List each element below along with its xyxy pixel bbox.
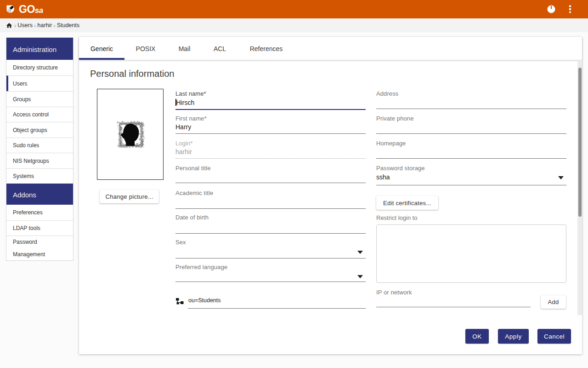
change-picture-button[interactable]: Change picture... bbox=[100, 190, 159, 203]
sidebar-item-nis-netgroups[interactable]: NIS Netgroups bbox=[6, 153, 73, 168]
breadcrumb: › Users › harhir › Students bbox=[0, 18, 588, 32]
sex-label: Sex bbox=[175, 239, 186, 246]
last-name-field[interactable]: Last name* Hirsch bbox=[175, 90, 366, 110]
preferred-language-select[interactable]: Preferred language bbox=[175, 264, 366, 282]
login-value: harhir bbox=[175, 148, 192, 156]
sidebar-item-systems[interactable]: Systems bbox=[6, 168, 73, 184]
date-of-birth-label: Date of birth bbox=[175, 214, 209, 221]
sidebar-item-directory-structure[interactable]: Directory structure bbox=[6, 60, 73, 75]
homepage-label: Homepage bbox=[376, 140, 406, 147]
kebab-menu-icon[interactable] bbox=[569, 3, 571, 16]
logo-go: GO bbox=[19, 3, 35, 16]
password-storage-value: ssha bbox=[376, 173, 390, 181]
breadcrumb-separator: › bbox=[34, 22, 36, 29]
breadcrumb-harhir[interactable]: harhir bbox=[37, 22, 52, 29]
page-title: Personal information bbox=[90, 69, 174, 78]
address-field[interactable]: Address bbox=[376, 90, 566, 109]
sidebar: Administration Directory structure Users… bbox=[6, 37, 74, 261]
sidebar-section-addons: Addons bbox=[6, 184, 73, 205]
sidebar-item-ldap-tools[interactable]: LDAP tools bbox=[6, 220, 73, 236]
sidebar-item-groups[interactable]: Groups bbox=[6, 91, 73, 107]
first-name-label: First name* bbox=[175, 115, 207, 122]
tab-references[interactable]: References bbox=[237, 37, 295, 60]
apply-button[interactable]: Apply bbox=[498, 329, 529, 344]
home-icon[interactable] bbox=[6, 22, 13, 29]
last-name-text: Hirsch bbox=[176, 99, 195, 106]
date-of-birth-field[interactable]: Date of birth bbox=[175, 214, 366, 234]
sidebar-section-administration: Administration bbox=[6, 38, 73, 60]
restrict-login-label: Restrict login to bbox=[376, 214, 418, 222]
base-underline bbox=[188, 308, 366, 309]
last-name-value: Hirsch bbox=[175, 98, 194, 107]
academic-title-label: Academic title bbox=[175, 190, 213, 197]
first-name-field[interactable]: First name* Harry bbox=[175, 115, 366, 134]
top-bar: GOsa bbox=[0, 0, 588, 18]
login-label: Login* bbox=[175, 140, 192, 147]
login-field: Login* harhir bbox=[175, 140, 366, 159]
edit-certificates-button[interactable]: Edit certificates... bbox=[376, 196, 438, 210]
personal-title-field[interactable]: Personal title bbox=[175, 165, 366, 183]
logo-sa: sa bbox=[35, 6, 43, 15]
tab-mail[interactable]: Mail bbox=[167, 37, 202, 60]
base-value: ou=Students bbox=[188, 297, 221, 304]
session-timer-icon[interactable] bbox=[547, 5, 555, 13]
sidebar-item-preferences[interactable]: Preferences bbox=[6, 205, 73, 220]
sex-select[interactable]: Sex bbox=[175, 239, 366, 259]
preferred-language-label: Preferred language bbox=[175, 264, 227, 271]
gosa-logo-text: GOsa bbox=[19, 3, 43, 16]
restrict-login-textarea[interactable] bbox=[376, 224, 566, 283]
dropdown-arrow-icon bbox=[357, 275, 363, 278]
ok-button[interactable]: OK bbox=[465, 329, 489, 344]
topbar-actions bbox=[547, 3, 588, 16]
academic-title-field[interactable]: Academic title bbox=[175, 190, 366, 209]
dropdown-arrow-icon bbox=[357, 251, 363, 254]
breadcrumb-students[interactable]: Students bbox=[57, 22, 79, 29]
homepage-field[interactable]: Homepage bbox=[376, 140, 566, 159]
private-phone-field[interactable]: Private phone bbox=[376, 115, 566, 134]
tab-posix[interactable]: POSIX bbox=[124, 37, 167, 60]
scrollbar-thumb[interactable] bbox=[578, 68, 582, 217]
gosa-logo: GOsa bbox=[6, 3, 43, 16]
personal-title-label: Personal title bbox=[175, 165, 211, 172]
sidebar-item-sudo-rules[interactable]: Sudo rules bbox=[6, 138, 73, 153]
ldap-tree-icon bbox=[176, 298, 184, 305]
tab-bar: Generic POSIX Mail ACL References bbox=[79, 37, 582, 60]
breadcrumb-users[interactable]: Users bbox=[17, 22, 33, 29]
ip-network-field[interactable]: IP or network bbox=[376, 289, 531, 307]
gosa-squid-icon bbox=[6, 5, 15, 14]
breadcrumb-separator: › bbox=[53, 22, 55, 29]
head-silhouette-image bbox=[116, 119, 145, 150]
first-name-value: Harry bbox=[175, 123, 191, 131]
main-panel: Generic POSIX Mail ACL References Person… bbox=[79, 37, 582, 354]
sidebar-item-object-groups[interactable]: Object groups bbox=[6, 122, 73, 138]
password-storage-label: Password storage bbox=[376, 165, 425, 172]
ip-network-label: IP or network bbox=[376, 289, 412, 296]
tab-acl[interactable]: ACL bbox=[202, 37, 237, 60]
tab-generic[interactable]: Generic bbox=[79, 37, 124, 60]
user-photo bbox=[97, 89, 164, 180]
add-button[interactable]: Add bbox=[541, 295, 566, 309]
sidebar-item-access-control[interactable]: Access control bbox=[6, 107, 73, 122]
private-phone-label: Private phone bbox=[376, 115, 414, 122]
password-storage-select[interactable]: Password storage ssha bbox=[376, 165, 566, 185]
breadcrumb-separator: › bbox=[14, 22, 16, 29]
address-label: Address bbox=[376, 90, 398, 98]
scrollbar-track[interactable] bbox=[577, 60, 582, 315]
dropdown-arrow-icon bbox=[558, 176, 564, 179]
sidebar-item-users[interactable]: Users bbox=[6, 75, 73, 91]
sidebar-item-password-management[interactable]: Password Management bbox=[6, 236, 73, 260]
last-name-label: Last name* bbox=[175, 90, 206, 98]
cancel-button[interactable]: Cancel bbox=[537, 329, 571, 344]
